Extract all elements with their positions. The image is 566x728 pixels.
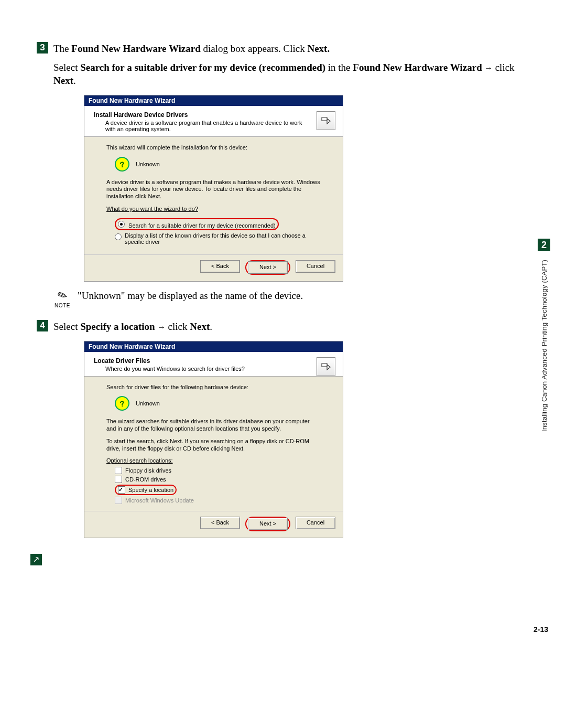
dialog-header-title: Locate Driver Files — [94, 357, 333, 365]
checkbox-label: CD-ROM drives — [125, 476, 166, 483]
dialog-footer: < Back Next > Cancel — [84, 254, 343, 281]
back-button[interactable]: < Back — [200, 517, 240, 529]
highlight-oval: Search for a suitable driver for my devi… — [115, 218, 279, 230]
checkbox-icon — [118, 486, 125, 494]
text: Next — [53, 75, 73, 86]
checkbox-cdrom[interactable]: CD-ROM drives — [115, 476, 321, 483]
device-row: ? Unknown — [115, 396, 321, 411]
radio-search-driver[interactable]: Search for a suitable driver for my devi… — [115, 218, 321, 230]
hardware-icon — [317, 111, 335, 130]
device-row: ? Unknown — [115, 157, 321, 172]
text: Next — [190, 321, 210, 332]
dialog-header-subtitle: A device driver is a software program th… — [105, 120, 304, 132]
device-name: Unknown — [136, 161, 160, 167]
chapter-label: Installing Canon Advanced Printing Techn… — [540, 260, 548, 432]
note-icon: ✎ NOTE — [55, 289, 70, 308]
step-3-text: The Found New Hardware Wizard dialog box… — [53, 42, 529, 88]
unknown-device-icon: ? — [114, 395, 130, 412]
step-number: 4 — [37, 320, 48, 331]
checkbox-icon — [115, 476, 122, 483]
text: click — [495, 62, 515, 73]
step-3: 3 The Found New Hardware Wizard dialog b… — [37, 42, 529, 88]
text: The — [53, 43, 71, 54]
dialog-header-title: Install Hardware Device Drivers — [94, 111, 333, 119]
device-name: Unknown — [136, 400, 160, 406]
highlight-oval: Specify a location — [115, 485, 177, 495]
checkbox-icon — [115, 497, 122, 504]
text: click — [168, 321, 190, 332]
arrow-icon: → — [155, 323, 168, 331]
text: The wizard searches for suitable drivers… — [106, 418, 321, 433]
arrow-icon: → — [482, 63, 495, 72]
text: in the — [325, 62, 353, 73]
checkbox-icon — [115, 467, 122, 474]
text: Specify a location — [80, 321, 155, 332]
text: Search for driver files for the followin… — [106, 384, 321, 391]
note-text: "Unknown" may be displayed as the name o… — [78, 289, 303, 303]
chapter-tab: 2 — [538, 239, 550, 251]
radio-icon — [118, 221, 125, 228]
checkbox-label: Specify a location — [128, 487, 173, 493]
text: Search for a suitable driver for my devi… — [80, 62, 325, 73]
unknown-device-icon: ? — [114, 155, 130, 172]
next-button[interactable]: Next > — [248, 261, 288, 274]
text: Next. — [307, 43, 330, 54]
text: . — [73, 75, 76, 86]
text: A device driver is a software program th… — [106, 179, 321, 200]
note-label: NOTE — [55, 303, 70, 308]
next-button[interactable]: Next > — [248, 518, 288, 530]
dialog-body: Search for driver files for the followin… — [84, 377, 343, 511]
highlight-oval: Next > — [245, 260, 290, 275]
cancel-button[interactable]: Cancel — [296, 260, 335, 273]
text: Select — [53, 62, 80, 73]
wizard-question: What do you want the wizard to do? — [106, 206, 321, 213]
checkbox-specify-location[interactable]: Specify a location — [115, 485, 321, 495]
hardware-wizard-dialog-1: Found New Hardware Wizard Install Hardwa… — [84, 95, 343, 282]
radio-display-list[interactable]: Display a list of the known drivers for … — [115, 232, 321, 245]
radio-icon — [115, 233, 122, 240]
step-4: 4 Select Specify a location → click Next… — [37, 320, 529, 334]
text: To start the search, click Next. If you … — [106, 438, 321, 453]
hardware-icon — [317, 357, 335, 376]
checkbox-floppy[interactable]: Floppy disk drives — [115, 467, 321, 474]
checkbox-label: Microsoft Windows Update — [125, 497, 194, 504]
page-link-icon[interactable] — [30, 554, 42, 565]
dialog-titlebar: Found New Hardware Wizard — [84, 341, 343, 352]
back-button[interactable]: < Back — [200, 260, 240, 273]
text: This wizard will complete the installati… — [106, 144, 321, 152]
radio-label: Search for a suitable driver for my devi… — [128, 222, 276, 229]
dialog-header: Locate Driver Files Where do you want Wi… — [84, 352, 343, 377]
checkbox-windows-update: Microsoft Windows Update — [115, 497, 321, 504]
cancel-button[interactable]: Cancel — [296, 517, 335, 529]
radio-label: Display a list of the known drivers for … — [125, 232, 321, 245]
text: Select — [53, 321, 80, 332]
checkbox-label: Floppy disk drives — [125, 467, 171, 474]
text: dialog box appears. Click — [201, 43, 308, 54]
step-4-text: Select Specify a location → click Next. — [53, 320, 212, 334]
highlight-oval: Next > — [245, 517, 290, 531]
dialog-header-subtitle: Where do you want Windows to search for … — [105, 366, 304, 372]
dialog-titlebar: Found New Hardware Wizard — [84, 95, 343, 106]
dialog-header: Install Hardware Device Drivers A device… — [84, 106, 343, 137]
page-number: 2-13 — [534, 625, 548, 634]
text: . — [210, 321, 212, 332]
dialog-body: This wizard will complete the installati… — [84, 137, 343, 254]
note: ✎ NOTE "Unknown" may be displayed as the… — [55, 289, 529, 308]
optional-locations-label: Optional search locations: — [106, 457, 321, 465]
text: Found New Hardware Wizard — [353, 62, 482, 73]
dialog-footer: < Back Next > Cancel — [84, 511, 343, 538]
hardware-wizard-dialog-2: Found New Hardware Wizard Locate Driver … — [84, 341, 343, 539]
text: Found New Hardware Wizard — [71, 43, 200, 54]
step-number: 3 — [37, 42, 48, 53]
